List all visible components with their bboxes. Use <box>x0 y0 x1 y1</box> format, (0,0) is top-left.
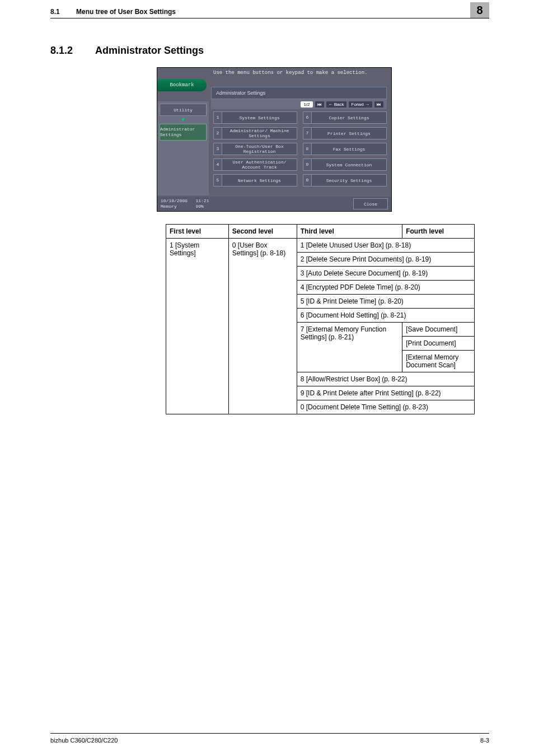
menu-btn-copier-settings[interactable]: 6Copier Settings <box>303 111 387 124</box>
menu-btn-user-auth[interactable]: 4User Authentication/ Account Track <box>213 158 297 171</box>
menu-btn-number: 5 <box>214 175 222 186</box>
status-memory-value: 99% <box>195 204 203 209</box>
page-footer: bizhub C360/C280/C220 8-3 <box>50 737 489 744</box>
menu-btn-label: Fax Settings <box>312 147 386 152</box>
admin-settings-screenshot: Use the menu buttons or keypad to make a… <box>157 67 392 212</box>
page-indicator: 1/2 <box>301 101 312 108</box>
close-button[interactable]: Close <box>353 198 388 209</box>
menu-btn-label: Printer Settings <box>312 131 386 136</box>
cell-third-level: 3 [Auto Delete Secure Document] (p. 8-19… <box>297 267 474 281</box>
status-memory-label: Memory <box>161 204 177 209</box>
cell-third-level: 4 [Encrypted PDF Delete Time] (p. 8-20) <box>297 281 474 295</box>
menu-btn-label: User Authentication/ Account Track <box>222 160 297 170</box>
nav-back-button[interactable]: ← Back <box>326 101 346 108</box>
status-bar: 10/10/2008 11:21 Memory 99% Close <box>157 197 391 211</box>
header-section-title: Menu tree of User Box Settings <box>76 8 176 16</box>
menu-btn-label: System Connection <box>312 162 386 167</box>
menu-grid: 1System Settings 6Copier Settings 2Admin… <box>213 111 387 186</box>
cell-fourth-level: [External Memory Document Scan] <box>402 351 475 372</box>
status-datetime: 10/10/2008 11:21 Memory 99% <box>161 198 209 209</box>
footer-page-number: 8-3 <box>480 737 489 744</box>
running-header: 8.1 Menu tree of User Box Settings <box>50 8 489 16</box>
header-rule <box>50 18 489 18</box>
bookmark-tab[interactable]: Bookmark <box>157 79 207 91</box>
header-section-number: 8.1 <box>50 8 76 16</box>
breadcrumb-arrow-icon: ▼ <box>157 118 209 122</box>
section-heading: 8.1.2 Administrator Settings <box>50 45 204 57</box>
breadcrumb-utility[interactable]: Utility <box>160 104 207 116</box>
cell-first-level: 1 [System Settings] <box>166 239 229 414</box>
menu-btn-number: 6 <box>303 112 312 123</box>
menu-btn-network-settings[interactable]: 5Network Settings <box>213 174 297 186</box>
nav-back-label: Back <box>334 102 344 107</box>
cell-third-level: 8 [Allow/Restrict User Box] (p. 8-22) <box>297 372 474 386</box>
menu-btn-label: Copier Settings <box>312 115 386 120</box>
menu-btn-printer-settings[interactable]: 7Printer Settings <box>303 127 387 139</box>
menu-btn-fax-settings[interactable]: 8Fax Settings <box>303 143 387 155</box>
breadcrumb-admin-settings[interactable]: Administrator Settings <box>160 124 207 141</box>
col-fourth-level: Fourth level <box>402 225 475 239</box>
col-first-level: First level <box>166 225 229 239</box>
cell-second-level: 0 [User Box Settings] (p. 8-18) <box>228 239 297 414</box>
menu-btn-number: 2 <box>214 128 222 139</box>
cell-third-level: 2 [Delete Secure Print Documents] (p. 8-… <box>297 253 474 267</box>
menu-btn-security-settings[interactable]: 0Security Settings <box>303 174 387 186</box>
menu-btn-label: One-Touch/User Box Registration <box>222 144 297 154</box>
menu-btn-label: System Settings <box>222 115 297 120</box>
instruction-text: Use the menu buttons or keypad to make a… <box>213 70 367 76</box>
panel-title-bar: Administrator Settings <box>211 87 387 99</box>
menu-btn-label: Administrator/ Machine Settings <box>222 128 297 138</box>
chapter-badge: 8 <box>470 2 489 18</box>
nav-last-icon[interactable]: ⏭ <box>374 101 383 108</box>
status-date: 10/10/2008 <box>161 198 188 203</box>
menu-btn-one-touch[interactable]: 3One-Touch/User Box Registration <box>213 143 297 155</box>
cell-fourth-level: [Print Document] <box>402 337 475 351</box>
menu-btn-number: 1 <box>214 112 222 123</box>
cell-third-level: 9 [ID & Print Delete after Print Setting… <box>297 386 474 400</box>
table-row: 1 [System Settings] 0 [User Box Settings… <box>166 239 475 253</box>
menu-btn-number: 3 <box>214 143 222 155</box>
menu-tree-table: First level Second level Third level Fou… <box>166 224 475 414</box>
section-heading-title: Administrator Settings <box>95 45 204 57</box>
page-nav-bar: 1/2 ⏮ ← Back Forwd → ⏭ <box>211 99 387 109</box>
status-time: 11:21 <box>195 198 209 203</box>
menu-btn-label: Network Settings <box>222 178 297 183</box>
cell-third-level: 5 [ID & Print Delete Time] (p. 8-20) <box>297 295 474 309</box>
menu-btn-number: 4 <box>214 159 222 170</box>
nav-first-icon[interactable]: ⏮ <box>315 101 324 108</box>
menu-btn-admin-machine[interactable]: 2Administrator/ Machine Settings <box>213 127 297 139</box>
table-header-row: First level Second level Third level Fou… <box>166 225 475 239</box>
menu-btn-number: 9 <box>303 159 312 170</box>
menu-btn-number: 7 <box>303 128 312 139</box>
col-second-level: Second level <box>228 225 297 239</box>
section-heading-number: 8.1.2 <box>50 45 95 57</box>
cell-third-level: 7 [External Memory Function Settings] (p… <box>297 323 402 372</box>
menu-btn-number: 0 <box>303 175 312 186</box>
menu-btn-system-settings[interactable]: 1System Settings <box>213 111 297 124</box>
menu-btn-label: Security Settings <box>312 178 386 183</box>
menu-btn-number: 8 <box>303 143 312 155</box>
breadcrumb-column: Utility ▼ Administrator Settings <box>157 101 209 195</box>
footer-rule <box>50 733 489 734</box>
cell-third-level: 1 [Delete Unused User Box] (p. 8-18) <box>297 239 474 253</box>
cell-third-level: 0 [Document Delete Time Setting] (p. 8-2… <box>297 400 474 414</box>
menu-btn-system-connection[interactable]: 9System Connection <box>303 158 387 171</box>
col-third-level: Third level <box>297 225 402 239</box>
cell-third-level: 6 [Document Hold Setting] (p. 8-21) <box>297 309 474 323</box>
cell-fourth-level: [Save Document] <box>402 323 475 337</box>
nav-forward-icon[interactable]: Forwd → <box>349 101 372 108</box>
footer-model: bizhub C360/C280/C220 <box>50 737 118 744</box>
